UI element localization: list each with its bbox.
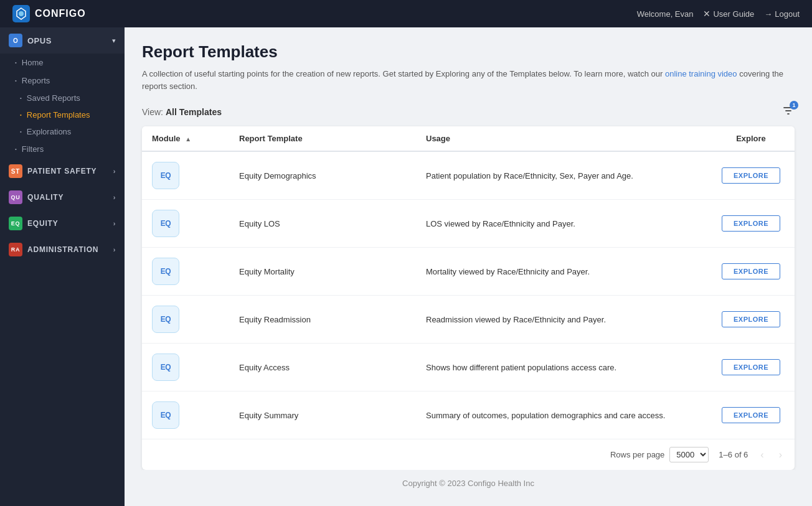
col-usage: Usage — [416, 126, 707, 151]
page-title: Report Templates — [142, 42, 795, 62]
explore-button[interactable]: EXPLORE — [722, 263, 780, 279]
footer: Copyright © 2023 Configo Health Inc — [142, 470, 795, 497]
usage-text: Mortality viewed by Race/Ethnicity and P… — [426, 267, 590, 276]
training-video-link[interactable]: online training video — [665, 69, 737, 78]
page-range: 1–6 of 6 — [719, 450, 748, 459]
topbar-right: Welcome, Evan ✕ User Guide → Logout — [637, 9, 800, 19]
view-value: All Templates — [166, 107, 222, 117]
quality-label: QUALITY — [27, 193, 64, 202]
explore-button[interactable]: EXPLORE — [722, 311, 780, 327]
sidebar-opus-header[interactable]: O OPUS ▾ — [0, 27, 125, 54]
template-name-cell: Equity LOS — [229, 200, 416, 248]
table-header-row: Module ▲ Report Template Usage Explore — [142, 126, 795, 151]
chevron-right-icon: › — [113, 220, 116, 227]
main-content: Report Templates A collection of useful … — [125, 27, 812, 506]
template-name-cell: Equity Mortality — [229, 248, 416, 296]
table-row: EQ Equity Demographics Patient populatio… — [142, 151, 795, 200]
logo-icon — [12, 5, 30, 22]
explore-button[interactable]: EXPLORE — [722, 167, 780, 184]
sidebar-administration[interactable]: RA ADMINISTRATION › — [0, 237, 125, 263]
prev-page-button[interactable]: ‹ — [758, 448, 766, 462]
sidebar-quality[interactable]: QU QUALITY › — [0, 184, 125, 210]
svg-point-1 — [19, 11, 24, 16]
usage-cell: Shows how different patient populations … — [416, 344, 707, 391]
rows-per-page: Rows per page 5000 100 50 — [610, 447, 709, 462]
opus-badge: O — [9, 34, 22, 47]
user-guide-link[interactable]: ✕ User Guide — [703, 9, 754, 19]
sidebar-equity[interactable]: EQ EQUITY › — [0, 210, 125, 237]
usage-text: Readmission viewed by Race/Ethnicity and… — [426, 315, 606, 324]
module-icon-cell: EQ — [142, 344, 229, 391]
module-icon: EQ — [152, 162, 179, 189]
bullet-icon: • — [15, 60, 17, 65]
explore-cell: EXPLORE — [707, 296, 795, 344]
template-name: Equity Readmission — [239, 315, 311, 324]
sidebar-item-home[interactable]: • Home — [0, 54, 125, 72]
sidebar-item-reports[interactable]: • Reports — [0, 72, 125, 90]
bullet-icon: • — [15, 78, 17, 83]
sidebar-patient-safety[interactable]: ST PATIENT SAFETY › — [0, 158, 125, 184]
saved-reports-label: Saved Reports — [27, 93, 80, 103]
bullet-icon: • — [15, 146, 17, 152]
col-template: Report Template — [229, 126, 416, 151]
explore-button[interactable]: EXPLORE — [722, 407, 780, 423]
logout-link[interactable]: → Logout — [764, 9, 800, 19]
eq-badge: EQ — [9, 217, 22, 230]
filters-label: Filters — [22, 144, 44, 154]
filter-button[interactable]: 1 — [782, 105, 795, 119]
topbar: CONFIGO Welcome, Evan ✕ User Guide → Log… — [0, 0, 812, 27]
welcome-text: Welcome, Evan — [637, 9, 694, 19]
usage-cell: Patient population by Race/Ethnicity, Se… — [416, 151, 707, 200]
template-name-cell: Equity Readmission — [229, 296, 416, 344]
table-body: EQ Equity Demographics Patient populatio… — [142, 151, 795, 439]
report-templates-label: Report Templates — [27, 110, 90, 119]
sidebar-item-report-templates[interactable]: • Report Templates — [0, 106, 125, 123]
circle-x-icon: ✕ — [703, 9, 710, 19]
bullet-icon: • — [20, 129, 22, 134]
explorations-label: Explorations — [27, 127, 72, 136]
sidebar-item-saved-reports[interactable]: • Saved Reports — [0, 90, 125, 106]
home-label: Home — [22, 58, 44, 67]
module-icon-cell: EQ — [142, 248, 229, 296]
sidebar-item-filters[interactable]: • Filters — [0, 140, 125, 158]
col-module: Module ▲ — [142, 126, 229, 151]
usage-cell: Summary of outcomes, population demograp… — [416, 391, 707, 439]
module-icon-cell: EQ — [142, 200, 229, 248]
chevron-right-icon: › — [113, 194, 116, 201]
equity-label: EQUITY — [27, 219, 58, 228]
template-name: Equity Access — [239, 363, 290, 372]
layout: O OPUS ▾ • Home • Reports • Saved Report… — [0, 27, 812, 506]
module-icon: EQ — [152, 354, 179, 381]
module-icon: EQ — [152, 306, 179, 333]
explore-button[interactable]: EXPLORE — [722, 215, 780, 232]
adm-badge: RA — [9, 243, 22, 256]
logout-icon: → — [764, 9, 772, 19]
usage-cell: Readmission viewed by Race/Ethnicity and… — [416, 296, 707, 344]
view-bar: View: All Templates 1 — [142, 105, 795, 119]
rows-per-page-select[interactable]: 5000 100 50 — [669, 447, 709, 462]
module-icon-cell: EQ — [142, 296, 229, 344]
chevron-right-icon: › — [113, 167, 116, 175]
module-icon-cell: EQ — [142, 151, 229, 200]
chevron-right-icon: › — [113, 246, 116, 253]
next-page-button[interactable]: › — [777, 448, 785, 462]
reports-label: Reports — [22, 76, 50, 85]
logo: CONFIGO — [12, 5, 86, 22]
template-name: Equity Demographics — [239, 171, 316, 180]
module-icon: EQ — [152, 258, 179, 285]
table-row: EQ Equity Access Shows how different pat… — [142, 344, 795, 391]
sort-icon: ▲ — [185, 136, 191, 143]
table-row: EQ Equity LOS LOS viewed by Race/Ethnici… — [142, 200, 795, 248]
explore-cell: EXPLORE — [707, 344, 795, 391]
table: Module ▲ Report Template Usage Explore — [142, 126, 795, 439]
usage-text: LOS viewed by Race/Ethnicity and Payer. — [426, 219, 575, 228]
module-icon-cell: EQ — [142, 391, 229, 439]
usage-text: Patient population by Race/Ethnicity, Se… — [426, 171, 633, 180]
table-row: EQ Equity Mortality Mortality viewed by … — [142, 248, 795, 296]
explore-cell: EXPLORE — [707, 151, 795, 200]
explore-button[interactable]: EXPLORE — [722, 359, 780, 375]
usage-cell: LOS viewed by Race/Ethnicity and Payer. — [416, 200, 707, 248]
sidebar-item-explorations[interactable]: • Explorations — [0, 123, 125, 140]
table-row: EQ Equity Readmission Readmission viewed… — [142, 296, 795, 344]
desc-before: A collection of useful starting points f… — [142, 69, 665, 78]
